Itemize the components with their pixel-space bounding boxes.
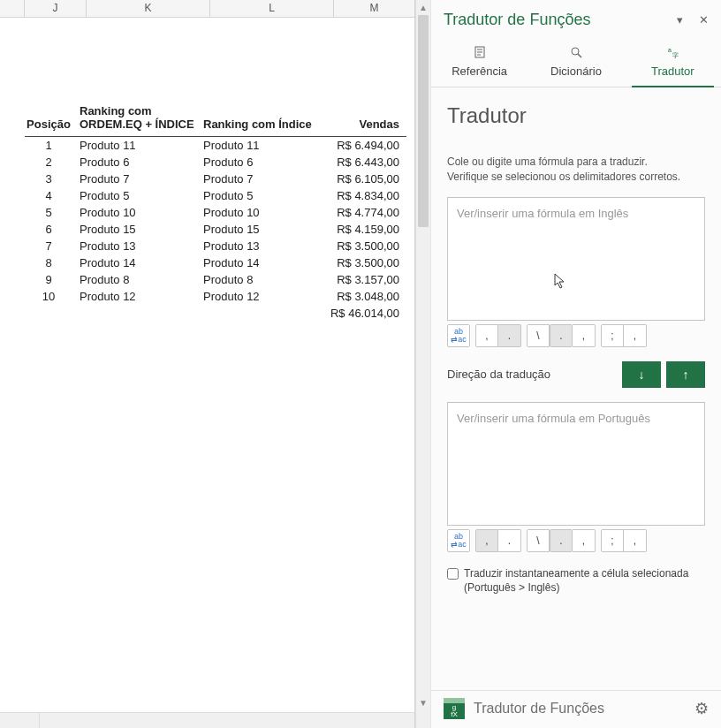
total-value: R$ 46.014,00: [325, 305, 406, 322]
comma-button[interactable]: ,: [475, 324, 498, 347]
select-all-corner[interactable]: [0, 0, 25, 17]
settings-gear-icon[interactable]: ⚙: [694, 699, 709, 718]
instruction-text: Cole ou digite uma fórmula para a traduz…: [447, 155, 705, 185]
header-vendas: Vendas: [325, 102, 406, 137]
tab-translator[interactable]: a字 Tradutor: [625, 45, 721, 87]
cell-grid[interactable]: Posição Ranking com ORDEM.EQ + ÍNDICE Ra…: [0, 18, 414, 322]
table-row[interactable]: 8Produto 14Produto 14R$ 3.500,00: [25, 254, 406, 271]
translator-taskpane: Tradutor de Funções ▾ ✕ Referência Dicio…: [430, 0, 721, 728]
table-row[interactable]: 1Produto 11Produto 11R$ 6.494,00: [25, 137, 406, 155]
delimiter-row-top: ab⇄ac , . \ . , ; ,: [447, 324, 705, 347]
total-row[interactable]: R$ 46.014,00: [25, 305, 406, 322]
reference-icon: [473, 45, 487, 59]
tab-label: Dicionário: [550, 64, 602, 78]
table-row[interactable]: 3Produto 7Produto 7R$ 6.105,00: [25, 171, 406, 187]
header-ranking-idx: Ranking com Índice: [201, 102, 325, 137]
horizontal-scrollbar[interactable]: [0, 712, 414, 728]
semicolon-button-b[interactable]: ;: [601, 529, 624, 552]
pane-footer: g fX Tradutor de Funções ⚙: [431, 690, 721, 728]
header-posicao: Posição: [25, 102, 78, 137]
scroll-up-icon[interactable]: ▲: [416, 0, 430, 15]
comma-button-b3[interactable]: ,: [624, 529, 647, 552]
svg-line-5: [578, 54, 581, 57]
translate-down-button[interactable]: ↓: [622, 361, 661, 388]
comma-button-b1[interactable]: ,: [475, 529, 498, 552]
column-header-m[interactable]: M: [334, 0, 415, 17]
direction-label: Direção da tradução: [447, 368, 617, 381]
pane-body: Tradutor Cole ou digite uma fórmula para…: [431, 87, 721, 690]
placeholder-text: Ver/inserir uma fórmula em Português: [457, 412, 650, 425]
period-button-2[interactable]: .: [550, 324, 573, 347]
table-row[interactable]: 4Produto 5Produto 5R$ 4.834,00: [25, 187, 406, 204]
body-title: Tradutor: [447, 103, 705, 128]
scroll-down-icon[interactable]: ▼: [416, 695, 430, 710]
swap-ab-button[interactable]: ab⇄ac: [447, 324, 470, 347]
backslash-button[interactable]: \: [527, 324, 550, 347]
pane-header: Tradutor de Funções ▾ ✕: [431, 0, 721, 33]
period-button[interactable]: .: [498, 324, 521, 347]
delimiter-row-bottom: ab⇄ac , . \ . , ; ,: [447, 529, 705, 552]
table-row[interactable]: 2Produto 6Produto 6R$ 6.443,00: [25, 154, 406, 171]
column-headers-row: J K L M: [0, 0, 414, 18]
formula-input-english[interactable]: Ver/inserir uma fórmula em Inglês: [447, 197, 705, 321]
data-table: Posição Ranking com ORDEM.EQ + ÍNDICE Ra…: [25, 102, 406, 322]
comma-button-3[interactable]: ,: [624, 324, 647, 347]
tab-label: Referência: [452, 64, 507, 78]
backslash-button-b[interactable]: \: [527, 529, 550, 552]
footer-title: Tradutor de Funções: [474, 701, 694, 717]
cursor-icon: [554, 273, 566, 289]
tab-reference[interactable]: Referência: [431, 45, 527, 87]
header-ranking-eq: Ranking com ORDEM.EQ + ÍNDICE: [78, 102, 201, 137]
instant-translate-label: Traduzir instantaneamente a célula selec…: [464, 566, 705, 596]
addin-logo-icon: g fX: [444, 698, 465, 719]
column-header-l[interactable]: L: [210, 0, 334, 17]
pane-tabs: Referência Dicionário a字 Tradutor: [431, 33, 721, 87]
table-row[interactable]: 6Produto 15Produto 15R$ 4.159,00: [25, 221, 406, 238]
placeholder-text: Ver/inserir uma fórmula em Inglês: [457, 207, 628, 220]
spreadsheet-area: J K L M Posição Ranking com ORDEM.EQ + Í…: [0, 0, 415, 728]
column-header-k[interactable]: K: [87, 0, 210, 17]
svg-point-4: [572, 48, 579, 55]
translate-up-button[interactable]: ↑: [666, 361, 705, 388]
formula-input-portuguese[interactable]: Ver/inserir uma fórmula em Português: [447, 402, 705, 526]
table-body: 1Produto 11Produto 11R$ 6.494,00 2Produt…: [25, 137, 406, 322]
table-row[interactable]: 7Produto 13Produto 13R$ 3.500,00: [25, 238, 406, 254]
search-icon: [569, 45, 583, 59]
tab-label: Tradutor: [651, 64, 694, 78]
svg-text:字: 字: [672, 52, 679, 58]
instant-translate-row: Traduzir instantaneamente a célula selec…: [447, 566, 705, 596]
pane-menu-icon[interactable]: ▾: [677, 13, 683, 27]
instant-translate-checkbox[interactable]: [447, 568, 459, 580]
table-row[interactable]: 10Produto 12Produto 12R$ 3.048,00: [25, 288, 406, 305]
table-row[interactable]: 9Produto 8Produto 8R$ 3.157,00: [25, 271, 406, 288]
semicolon-button[interactable]: ;: [601, 324, 624, 347]
column-header-j[interactable]: J: [25, 0, 87, 17]
swap-ab-button-2[interactable]: ab⇄ac: [447, 529, 470, 552]
pane-close-icon[interactable]: ✕: [699, 13, 709, 27]
pane-title: Tradutor de Funções: [444, 11, 677, 29]
translate-icon: a字: [665, 45, 679, 59]
svg-text:a: a: [668, 47, 672, 53]
period-button-b2[interactable]: .: [550, 529, 573, 552]
comma-button-b2[interactable]: ,: [573, 529, 596, 552]
scroll-thumb[interactable]: [418, 15, 429, 227]
vertical-scrollbar[interactable]: ▲ ▼: [415, 0, 430, 728]
tab-dictionary[interactable]: Dicionário: [527, 45, 624, 87]
direction-row: Direção da tradução ↓ ↑: [447, 361, 705, 388]
comma-button-2[interactable]: ,: [573, 324, 596, 347]
period-button-b1[interactable]: .: [498, 529, 521, 552]
table-row[interactable]: 5Produto 10Produto 10R$ 4.774,00: [25, 204, 406, 221]
